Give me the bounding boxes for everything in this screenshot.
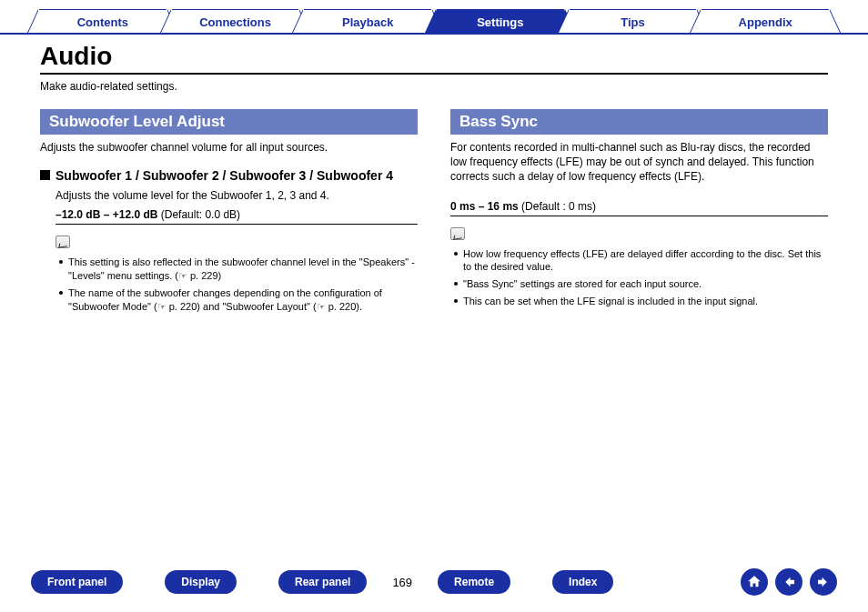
- note-item: How low frequency effects (LFE) are dela…: [454, 247, 828, 275]
- range-default: (Default : 0 ms): [519, 200, 596, 213]
- range-value: –12.0 dB – +12.0 dB: [56, 208, 157, 221]
- arrow-right-icon: [815, 574, 832, 590]
- range-row: –12.0 dB – +12.0 dB (Default: 0.0 dB): [56, 206, 418, 225]
- section-header-bass-sync: Bass Sync: [450, 109, 828, 135]
- next-page-button[interactable]: [810, 568, 837, 596]
- note-icon: [450, 227, 465, 240]
- page-intro: Make audio-related settings.: [40, 80, 828, 93]
- home-button[interactable]: [741, 568, 768, 596]
- note-item: The name of the subwoofer changes depend…: [59, 286, 418, 314]
- nav-rear-panel[interactable]: Rear panel: [278, 570, 367, 594]
- note-item: "Bass Sync" settings are stored for each…: [454, 277, 828, 291]
- note-item: This can be set when the LFE signal is i…: [454, 295, 828, 308]
- range-value: 0 ms – 16 ms: [450, 200, 519, 213]
- section-header-subwoofer-level: Subwoofer Level Adjust: [40, 109, 418, 135]
- home-icon: [746, 574, 762, 590]
- right-column: Bass Sync For contents recorded in multi…: [450, 109, 828, 317]
- nav-display[interactable]: Display: [165, 570, 237, 594]
- nav-remote[interactable]: Remote: [438, 570, 510, 594]
- arrow-left-icon: [781, 574, 797, 590]
- tab-appendix[interactable]: Appendix: [701, 9, 829, 33]
- top-tabs: Contents Connections Playback Settings T…: [0, 0, 868, 35]
- tab-connections[interactable]: Connections: [172, 9, 299, 33]
- tab-playback[interactable]: Playback: [304, 9, 431, 33]
- tab-settings[interactable]: Settings: [437, 9, 564, 33]
- subsection-title: Subwoofer 1 / Subwoofer 2 / Subwoofer 3 …: [40, 167, 418, 184]
- note-item: This setting is also reflected in the su…: [59, 256, 418, 283]
- tab-tips[interactable]: Tips: [570, 9, 697, 33]
- section-desc: For contents recorded in multi-channel s…: [450, 140, 828, 185]
- note-icon: [56, 236, 70, 248]
- range-row: 0 ms – 16 ms (Default : 0 ms): [450, 197, 828, 216]
- notes-list: This setting is also reflected in the su…: [56, 256, 418, 313]
- nav-front-panel[interactable]: Front panel: [31, 570, 123, 594]
- nav-index[interactable]: Index: [552, 570, 613, 594]
- square-bullet-icon: [40, 170, 50, 180]
- subsection-desc: Adjusts the volume level for the Subwoof…: [56, 189, 418, 202]
- range-default: (Default: 0.0 dB): [157, 208, 240, 221]
- notes-list: How low frequency effects (LFE) are dela…: [450, 247, 828, 308]
- page-number: 169: [376, 576, 429, 589]
- bottom-bar: Front panel Display Rear panel 169 Remot…: [0, 568, 868, 596]
- prev-page-button[interactable]: [775, 568, 802, 596]
- section-desc: Adjusts the subwoofer channel volume for…: [40, 140, 418, 155]
- tab-contents[interactable]: Contents: [39, 9, 167, 33]
- left-column: Subwoofer Level Adjust Adjusts the subwo…: [40, 109, 418, 317]
- page-title: Audio: [40, 42, 828, 75]
- subsection-title-text: Subwoofer 1 / Subwoofer 2 / Subwoofer 3 …: [56, 167, 393, 184]
